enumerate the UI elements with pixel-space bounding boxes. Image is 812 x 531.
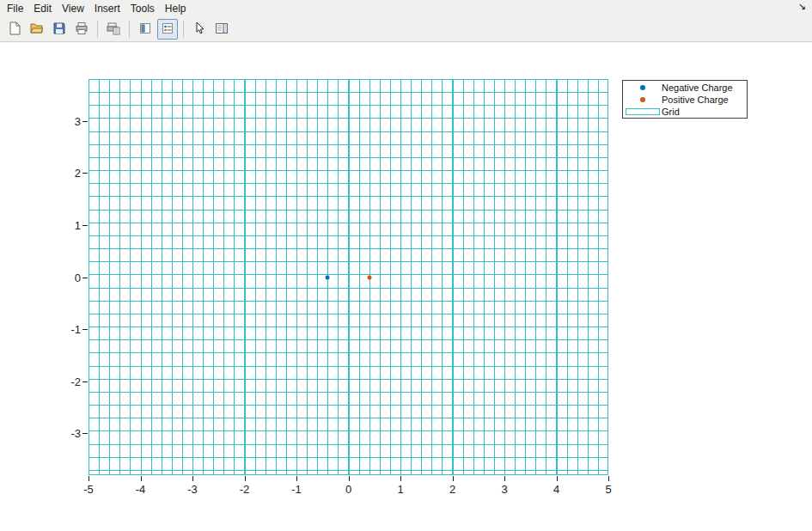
menu-file[interactable]: File [7, 1, 28, 16]
legend-marker-box-icon [623, 108, 662, 115]
y-tick-mark [82, 173, 88, 174]
menu-view[interactable]: View [57, 1, 89, 16]
x-tick-mark [608, 476, 609, 481]
legend-item: Positive Charge [623, 94, 747, 106]
pointer-icon [192, 21, 206, 38]
x-tick-mark [89, 476, 89, 481]
x-tick-label: -5 [83, 483, 94, 496]
x-tick-label: 0 [345, 483, 351, 496]
legend-item: Negative Charge [623, 82, 747, 94]
x-tick-label: -3 [187, 483, 198, 496]
x-tick-label: 2 [449, 483, 455, 496]
pointer-tool-button[interactable] [189, 19, 210, 40]
legend-marker-shape [640, 85, 645, 90]
x-tick-mark [141, 476, 142, 481]
show-plot-tools-icon [215, 21, 229, 38]
save-figure-button[interactable] [49, 19, 70, 40]
x-tick-mark [296, 476, 297, 481]
menu-edit[interactable]: Edit [28, 1, 57, 16]
new-figure-button[interactable] [4, 19, 25, 40]
x-tick-label: 4 [553, 483, 559, 496]
legend[interactable]: Negative ChargePositive ChargeGrid [622, 80, 748, 119]
menu-bar: File Edit View Insert Tools Help [0, 0, 812, 17]
print-preview-icon [107, 21, 120, 38]
menu-tools[interactable]: Tools [125, 1, 160, 16]
save-figure-icon [52, 21, 66, 38]
y-tick-label: 1 [75, 218, 81, 231]
legend-label: Positive Charge [662, 95, 729, 105]
legend-marker-dot-icon [623, 97, 662, 102]
print-figure-button[interactable] [71, 19, 92, 40]
toolbar-separator [97, 21, 98, 38]
print-figure-icon [75, 21, 89, 38]
toolbar-separator [129, 21, 130, 38]
y-tick-label: 0 [75, 271, 81, 284]
x-tick-mark [557, 476, 558, 481]
figure-toolbar [0, 17, 812, 42]
y-tick-mark [82, 278, 88, 278]
dock-arrow-icon[interactable]: ↘ [798, 1, 806, 11]
x-tick-mark [504, 476, 505, 481]
y-tick-mark [82, 121, 88, 122]
axes[interactable]: -5-4-3-2-1012345-3-2-10123 [89, 79, 608, 475]
insert-legend-button[interactable] [157, 19, 178, 40]
legend-marker-dot-icon [623, 85, 662, 90]
x-tick-mark [453, 476, 454, 481]
y-tick-mark [82, 225, 88, 226]
figure-canvas: -5-4-3-2-1012345-3-2-10123 Negative Char… [0, 42, 812, 531]
legend-label: Grid [662, 107, 680, 117]
x-tick-label: 1 [397, 483, 403, 496]
x-tick-label: -1 [291, 483, 302, 496]
data-point [326, 275, 330, 279]
legend-marker-shape [626, 108, 660, 115]
y-tick-mark [82, 381, 88, 382]
menu-insert[interactable]: Insert [89, 1, 125, 16]
toolbar-separator [183, 21, 184, 38]
new-figure-icon [8, 21, 21, 38]
y-tick-mark [82, 433, 88, 434]
x-tick-mark [192, 476, 193, 481]
y-tick-label: -2 [70, 375, 81, 388]
legend-item: Grid [623, 106, 747, 118]
x-tick-label: -2 [240, 483, 250, 496]
x-tick-label: 5 [605, 483, 611, 496]
show-plot-tools-button[interactable] [211, 19, 232, 40]
y-tick-label: 3 [75, 114, 81, 127]
y-tick-label: -3 [70, 427, 81, 440]
data-point [367, 275, 371, 279]
insert-colorbar-icon [138, 21, 152, 38]
x-tick-label: 3 [501, 483, 507, 496]
x-tick-label: -4 [136, 483, 146, 496]
y-tick-mark [82, 329, 88, 330]
menu-help[interactable]: Help [160, 1, 192, 16]
insert-colorbar-button[interactable] [135, 19, 156, 40]
print-preview-button[interactable] [103, 19, 124, 40]
insert-legend-icon [161, 21, 174, 38]
x-tick-mark [400, 476, 401, 481]
y-tick-label: 2 [75, 167, 81, 180]
open-file-icon [30, 21, 44, 38]
x-tick-mark [349, 476, 350, 481]
legend-marker-shape [640, 97, 645, 102]
legend-label: Negative Charge [662, 82, 733, 93]
y-tick-label: -1 [70, 323, 81, 336]
open-file-button[interactable] [27, 19, 47, 40]
x-tick-mark [245, 476, 246, 481]
